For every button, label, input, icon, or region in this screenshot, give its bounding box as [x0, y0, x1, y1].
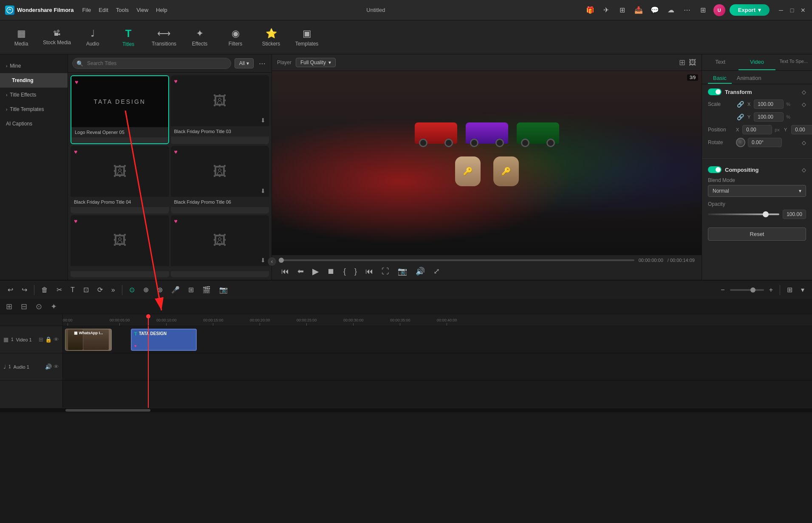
group-button[interactable]: ⊞ — [3, 301, 15, 313]
position-x-input[interactable] — [742, 125, 772, 134]
video1-eye-icon[interactable]: 👁 — [54, 336, 59, 343]
close-button[interactable]: ✕ — [799, 6, 807, 14]
transform-toggle[interactable] — [708, 88, 721, 95]
progress-bar[interactable] — [279, 259, 634, 261]
ripple-button[interactable]: ⟳ — [94, 284, 106, 296]
snap-button[interactable]: ⊕ — [140, 284, 152, 296]
sidebar-item-title-effects[interactable]: › Title Effects — [0, 88, 68, 102]
highlight-button[interactable]: ⊙ — [33, 301, 45, 313]
opacity-slider[interactable] — [708, 213, 779, 215]
rotate-circle[interactable] — [736, 138, 745, 147]
blend-mode-select[interactable]: Normal ▾ — [708, 185, 806, 197]
more-icon[interactable]: ⋯ — [681, 4, 693, 16]
chat-icon[interactable]: 💬 — [649, 4, 661, 16]
compositing-toggle[interactable] — [708, 166, 721, 173]
zoom-minus-button[interactable]: − — [717, 284, 728, 296]
audio1-eye-icon[interactable]: 👁 — [54, 364, 59, 370]
delete-button[interactable]: 🗑 — [38, 284, 51, 296]
audio1-vol-icon[interactable]: 🔊 — [45, 364, 52, 370]
sidebar-item-title-templates[interactable]: › Title Templates — [0, 102, 68, 117]
crop-button[interactable]: ⊡ — [80, 284, 92, 296]
mark-in-button[interactable]: { — [341, 266, 348, 277]
transform-reset-icon[interactable]: ◇ — [802, 89, 806, 95]
tool-media[interactable]: ▦ Media — [4, 22, 38, 53]
tool-templates[interactable]: ▣ Templates — [290, 22, 324, 53]
title-card-bf04[interactable]: ♥ 🖼 Black Friday Promo Title 04 — [71, 146, 169, 213]
tool-filters[interactable]: ◉ Filters — [218, 22, 252, 53]
text-button[interactable]: T — [67, 284, 78, 296]
scrollbar-thumb[interactable] — [65, 409, 150, 412]
mic-button[interactable]: 🎤 — [168, 284, 183, 296]
download-icon-bf03[interactable]: ⬇ — [260, 117, 266, 124]
zoom-plus-button[interactable]: + — [766, 284, 776, 296]
gift-icon[interactable]: 🎁 — [584, 4, 596, 16]
inbox-icon[interactable]: 📥 — [633, 4, 645, 16]
position-y-input[interactable] — [791, 125, 812, 134]
cut-button[interactable]: ✂ — [53, 284, 65, 296]
sub-tab-basic[interactable]: Basic — [708, 73, 732, 84]
layout-icon[interactable]: ⊞ — [697, 4, 709, 16]
menu-edit[interactable]: Edit — [99, 7, 108, 13]
title-card-logo-reveal[interactable]: ♥ TATA DESIGN Logo Reveal Opener 05 — [71, 75, 169, 144]
sidebar-item-mine[interactable]: › Mine — [0, 59, 68, 73]
export-button[interactable]: Export ▾ — [730, 4, 770, 16]
download-icon-6[interactable]: ⬇ — [260, 257, 266, 264]
menu-file[interactable]: File — [82, 7, 91, 13]
opacity-value[interactable] — [783, 210, 806, 219]
title-card-5[interactable]: ♥ 🖼 — [71, 215, 169, 277]
collapse-button[interactable]: ▾ — [798, 284, 808, 296]
whatsapp-clip[interactable]: ▦ WhatsApp I... — [65, 329, 112, 351]
play-button[interactable]: ▶ — [310, 265, 321, 277]
zoom-slider[interactable] — [730, 289, 764, 291]
tab-text-to-speech[interactable]: Text To Spe... — [775, 54, 812, 70]
smart-button[interactable]: ✦ — [48, 301, 59, 313]
quality-dropdown[interactable]: Full Quality ▾ — [296, 58, 336, 67]
menu-tools[interactable]: Tools — [116, 7, 129, 13]
undo-button[interactable]: ↩ — [4, 284, 17, 296]
volume-button[interactable]: 🔊 — [413, 266, 427, 277]
frame-back-button[interactable]: ⬅ — [295, 266, 306, 277]
title-card-bf06[interactable]: ♥ 🖼 ⬇ Black Friday Promo Title 06 — [171, 146, 269, 213]
auto-ripple-button[interactable]: ⊙ — [126, 284, 138, 296]
rotate-input[interactable] — [748, 138, 782, 147]
minimize-button[interactable]: ─ — [777, 6, 785, 14]
grid-icon[interactable]: ⊞ — [617, 4, 628, 16]
more-options-button[interactable]: ⋯ — [257, 59, 267, 68]
download-icon-bf06[interactable]: ⬇ — [260, 188, 266, 194]
scale-y-input[interactable] — [754, 112, 784, 122]
video1-lock-icon[interactable]: 🔒 — [45, 336, 52, 343]
pip-button[interactable]: ⤢ — [431, 266, 442, 277]
opacity-thumb[interactable] — [763, 211, 769, 217]
detect-button[interactable]: 🎬 — [199, 284, 214, 296]
more-tl-button[interactable]: » — [108, 284, 119, 296]
rotate-reset-icon[interactable]: ◇ — [802, 139, 806, 146]
tool-titles[interactable]: T Titles — [111, 22, 145, 53]
prev-clip-button[interactable]: ⏮ — [363, 266, 376, 277]
video1-add-icon[interactable]: ⊞ — [39, 336, 43, 343]
tab-text[interactable]: Text — [702, 54, 738, 70]
menu-view[interactable]: View — [136, 7, 148, 13]
tata-design-clip[interactable]: T TATA DESIGN ♥ — [131, 329, 197, 351]
title-card-6[interactable]: ♥ 🖼 ⬇ — [171, 215, 269, 277]
track-button[interactable]: ⊞ — [185, 284, 197, 296]
maximize-button[interactable]: □ — [788, 6, 796, 14]
scale-reset-icon[interactable]: ◇ — [802, 101, 806, 108]
fullscreen-button[interactable]: ⛶ — [379, 266, 392, 277]
mark-out-button[interactable]: } — [352, 266, 359, 277]
redo-button[interactable]: ↪ — [18, 284, 31, 296]
zoom-thumb[interactable] — [750, 287, 755, 293]
tool-stock-media[interactable]: 📽 Stock Media — [40, 22, 74, 53]
filter-dropdown[interactable]: All ▾ — [235, 58, 254, 68]
image-view-icon[interactable]: 🖼 — [689, 58, 696, 67]
title-card-bf03[interactable]: ♥ 🖼 ⬇ Black Friday Promo Title 03 — [171, 75, 269, 144]
layout-view-button[interactable]: ⊞ — [784, 284, 796, 296]
progress-dot[interactable] — [279, 258, 284, 263]
compositing-reset-icon[interactable]: ◇ — [802, 167, 806, 173]
snapshot-button[interactable]: 📷 — [395, 266, 410, 277]
grid-view-icon[interactable]: ⊞ — [679, 58, 685, 67]
reset-button[interactable]: Reset — [708, 227, 806, 241]
scale-x-input[interactable] — [754, 99, 784, 109]
cloud-icon[interactable]: ☁ — [665, 4, 677, 16]
stop-button[interactable]: ⏹ — [325, 266, 337, 277]
shield-button[interactable]: ⊛ — [154, 284, 166, 296]
